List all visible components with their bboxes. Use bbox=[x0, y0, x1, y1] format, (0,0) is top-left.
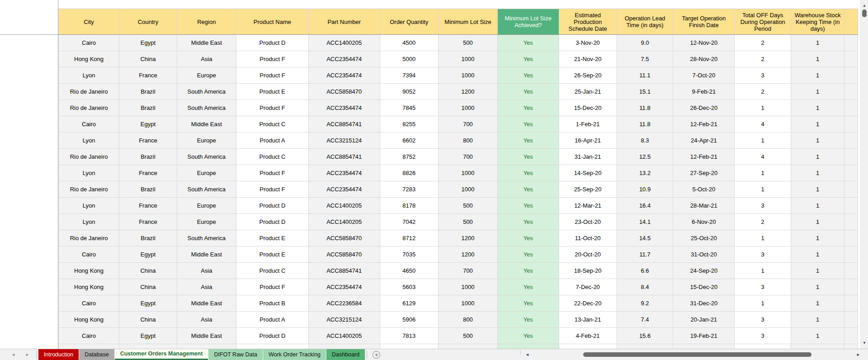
table-cell[interactable]: 1 bbox=[791, 328, 844, 344]
table-cell[interactable] bbox=[844, 84, 858, 100]
table-cell[interactable]: 27-Sep-20 bbox=[673, 165, 735, 181]
table-cell[interactable]: 1 bbox=[791, 263, 844, 279]
table-cell[interactable]: ACC2354474 bbox=[308, 51, 380, 67]
table-cell[interactable]: Europe bbox=[177, 133, 236, 149]
table-cell[interactable]: 1 bbox=[791, 230, 844, 246]
table-cell[interactable]: ACC1400205 bbox=[308, 35, 380, 51]
table-cell[interactable]: 1 bbox=[735, 295, 791, 312]
table-cell[interactable]: 24-Sep-20 bbox=[673, 263, 735, 279]
table-cell[interactable]: 8712 bbox=[380, 230, 439, 246]
table-cell[interactable]: Yes bbox=[497, 84, 559, 100]
table-cell[interactable]: 5000 bbox=[380, 51, 439, 67]
table-cell[interactable]: China bbox=[119, 51, 177, 67]
table-cell[interactable]: 2 bbox=[735, 35, 791, 51]
table-cell[interactable]: 4 bbox=[735, 116, 791, 133]
table-cell[interactable]: 1 bbox=[791, 51, 844, 67]
table-cell[interactable] bbox=[236, 344, 308, 349]
table-cell[interactable]: 25-Oct-20 bbox=[673, 230, 735, 246]
table-cell[interactable]: Yes bbox=[497, 263, 559, 279]
table-cell[interactable]: Yes bbox=[497, 246, 559, 263]
table-cell[interactable]: ACC2354474 bbox=[308, 100, 380, 116]
table-cell[interactable]: ACC1400205 bbox=[308, 214, 380, 230]
table-cell[interactable]: 31-Oct-20 bbox=[673, 246, 735, 263]
table-cell[interactable]: Product F bbox=[236, 51, 308, 67]
table-cell[interactable]: 1-Feb-21 bbox=[559, 116, 617, 133]
table-cell[interactable] bbox=[844, 344, 858, 349]
table-cell[interactable]: France bbox=[119, 214, 177, 230]
table-cell[interactable]: 1 bbox=[735, 165, 791, 181]
table-cell[interactable]: Lyon bbox=[59, 133, 119, 149]
table-cell[interactable]: Egypt bbox=[119, 116, 177, 133]
table-cell[interactable]: Hong Kong bbox=[59, 51, 119, 67]
table-cell[interactable]: 4 bbox=[735, 149, 791, 165]
table-cell[interactable]: Brazil bbox=[119, 230, 177, 246]
table-cell[interactable]: 26-Dec-20 bbox=[673, 100, 735, 116]
table-cell[interactable]: 8255 bbox=[380, 116, 439, 133]
table-cell[interactable]: China bbox=[119, 263, 177, 279]
table-cell[interactable]: Europe bbox=[177, 67, 236, 84]
column-header[interactable]: City bbox=[59, 9, 119, 35]
table-cell[interactable] bbox=[617, 344, 673, 349]
table-cell[interactable] bbox=[497, 344, 559, 349]
table-cell[interactable]: 4500 bbox=[380, 35, 439, 51]
table-cell[interactable]: 8178 bbox=[380, 198, 439, 214]
table-cell[interactable]: Brazil bbox=[119, 149, 177, 165]
table-cell[interactable]: Egypt bbox=[119, 246, 177, 263]
table-cell[interactable]: 11.8 bbox=[617, 116, 673, 133]
table-cell[interactable] bbox=[844, 67, 858, 84]
table-cell[interactable]: Hong Kong bbox=[59, 263, 119, 279]
table-cell[interactable]: 15-Dec-20 bbox=[559, 100, 617, 116]
table-cell[interactable] bbox=[439, 344, 498, 349]
table-cell[interactable]: ACC3215124 bbox=[308, 133, 380, 149]
table-cell[interactable]: 1000 bbox=[439, 295, 498, 312]
table-cell[interactable]: 8752 bbox=[380, 149, 439, 165]
table-cell[interactable]: Cairo bbox=[59, 35, 119, 51]
table-cell[interactable]: Brazil bbox=[119, 84, 177, 100]
table-cell[interactable]: Yes bbox=[497, 230, 559, 246]
table-cell[interactable]: Product D bbox=[236, 35, 308, 51]
table-cell[interactable]: 2 bbox=[735, 214, 791, 230]
vertical-scrollbar-thumb[interactable] bbox=[862, 9, 867, 17]
table-cell[interactable]: 7-Oct-20 bbox=[673, 67, 735, 84]
table-cell[interactable]: Lyon bbox=[59, 214, 119, 230]
table-cell[interactable]: ACC5858470 bbox=[308, 230, 380, 246]
table-cell[interactable]: 3 bbox=[735, 67, 791, 84]
table-cell[interactable]: 23-Oct-20 bbox=[559, 214, 617, 230]
table-cell[interactable]: 11.1 bbox=[617, 67, 673, 84]
table-cell[interactable] bbox=[844, 279, 858, 295]
table-cell[interactable]: 500 bbox=[439, 198, 498, 214]
table-cell[interactable]: 1200 bbox=[439, 246, 498, 263]
table-cell[interactable]: 1000 bbox=[439, 279, 498, 295]
table-cell[interactable]: Product C bbox=[236, 116, 308, 133]
table-cell[interactable]: Cairo bbox=[59, 116, 119, 133]
table-cell[interactable]: 500 bbox=[439, 214, 498, 230]
table-cell[interactable]: Yes bbox=[497, 149, 559, 165]
table-cell[interactable]: Yes bbox=[497, 67, 559, 84]
table-cell[interactable]: ACC2354474 bbox=[308, 67, 380, 84]
table-cell[interactable]: Product C bbox=[236, 263, 308, 279]
add-sheet-button[interactable]: + bbox=[373, 351, 380, 359]
table-cell[interactable]: Asia bbox=[177, 51, 236, 67]
table-cell[interactable]: Rio de Janeiro bbox=[59, 149, 119, 165]
table-cell[interactable]: 20-Jan-21 bbox=[673, 312, 735, 328]
table-cell[interactable]: 3 bbox=[735, 246, 791, 263]
table-cell[interactable]: 1200 bbox=[439, 84, 498, 100]
table-cell[interactable]: Asia bbox=[177, 279, 236, 295]
table-cell[interactable]: 14.1 bbox=[617, 214, 673, 230]
table-cell[interactable]: Egypt bbox=[119, 328, 177, 344]
table-cell[interactable]: France bbox=[119, 198, 177, 214]
table-cell[interactable]: France bbox=[119, 165, 177, 181]
table-cell[interactable]: Yes bbox=[497, 214, 559, 230]
table-cell[interactable]: 1 bbox=[735, 263, 791, 279]
table-cell[interactable] bbox=[844, 295, 858, 312]
table-cell[interactable]: 12.5 bbox=[617, 149, 673, 165]
column-header[interactable]: Order Quantity bbox=[380, 9, 439, 35]
column-header[interactable]: Target Operation Finish Date bbox=[673, 9, 735, 35]
table-cell[interactable]: 25-Jan-21 bbox=[559, 84, 617, 100]
table-cell[interactable]: 1 bbox=[791, 84, 844, 100]
table-cell[interactable]: 5906 bbox=[380, 312, 439, 328]
table-cell[interactable]: 7.5 bbox=[617, 51, 673, 67]
table-cell[interactable]: 21-Nov-20 bbox=[559, 51, 617, 67]
table-cell[interactable]: Egypt bbox=[119, 295, 177, 312]
tab-scrollbar-splitter-icon[interactable]: ⋮ bbox=[518, 351, 521, 354]
